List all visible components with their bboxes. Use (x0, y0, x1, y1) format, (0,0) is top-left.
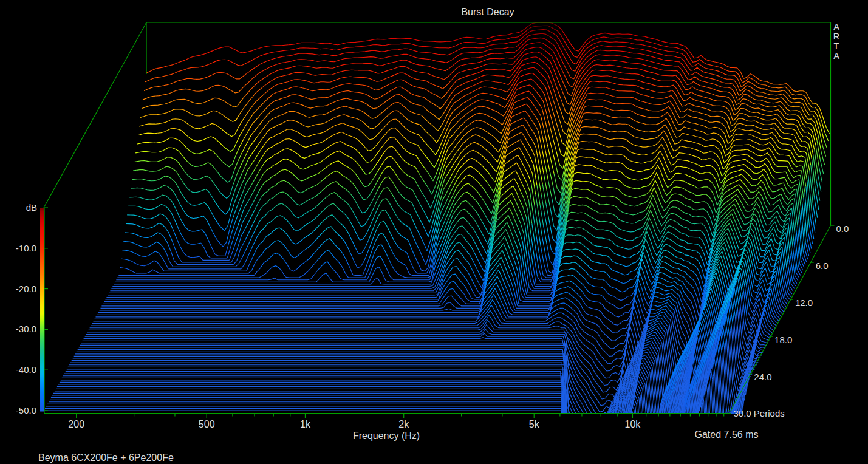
svg-text:R: R (833, 32, 839, 41)
svg-text:T: T (834, 41, 839, 51)
svg-text:Gated 7.56 ms: Gated 7.56 ms (695, 429, 759, 440)
svg-text:0.0: 0.0 (836, 223, 849, 234)
svg-text:-10.0: -10.0 (16, 243, 36, 253)
svg-text:2k: 2k (398, 419, 409, 429)
svg-text:500: 500 (199, 419, 215, 429)
svg-text:Beyma 6CX200Fe + 6Pe200Fe: Beyma 6CX200Fe + 6Pe200Fe (38, 452, 174, 463)
svg-text:A: A (833, 51, 839, 61)
svg-text:-40.0: -40.0 (16, 364, 36, 375)
svg-text:12.0: 12.0 (795, 298, 813, 308)
svg-text:-20.0: -20.0 (16, 284, 36, 294)
svg-text:1k: 1k (300, 419, 311, 429)
svg-text:200: 200 (68, 419, 84, 429)
svg-text:24.0: 24.0 (754, 372, 771, 382)
svg-text:18.0: 18.0 (774, 335, 792, 345)
svg-text:30.0 Periods: 30.0 Periods (734, 408, 785, 418)
svg-text:10k: 10k (625, 419, 641, 429)
svg-text:A: A (833, 22, 839, 32)
svg-text:Frequency (Hz): Frequency (Hz) (353, 431, 420, 441)
svg-text:-50.0: -50.0 (16, 405, 36, 415)
svg-text:5k: 5k (529, 419, 540, 429)
svg-text:-30.0: -30.0 (16, 324, 36, 334)
svg-text:6.0: 6.0 (816, 261, 829, 271)
svg-text:dB: dB (26, 202, 37, 213)
svg-text:Burst Decay: Burst Decay (461, 7, 514, 17)
